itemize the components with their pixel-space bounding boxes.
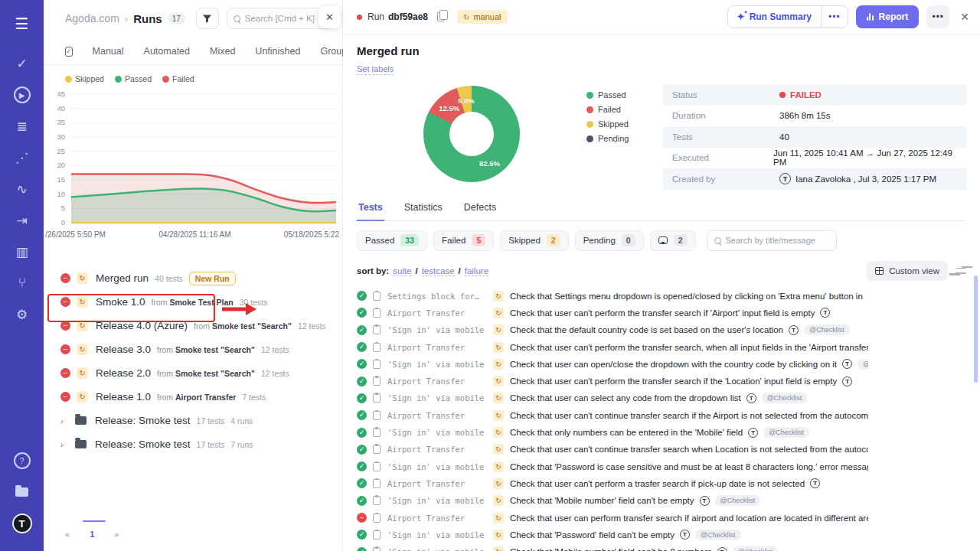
page-current[interactable]: 1 [90,530,94,539]
run-list-item[interactable]: −↻Release 4.0 (Azure)from Smoke test "Se… [60,314,342,337]
sort-link-testcase[interactable]: testcase [422,266,455,276]
folder-icon[interactable] [9,479,35,505]
run-list-item[interactable]: −↻Smoke 1.0from Smoke Test Plan30 tests [60,290,342,314]
run-summary-label: Run Summary [750,11,812,22]
run-list-item[interactable]: −↻Release 3.0from Smoke test "Search"12 … [60,337,342,361]
page-next-button[interactable]: » [114,530,119,539]
runs-search[interactable] [227,8,333,29]
manual-run-icon: ↻ [77,296,88,308]
run-summary-more-button[interactable]: ••• [821,6,848,28]
test-row[interactable]: ✓'Sign in' via mobile↻Check that the def… [357,321,868,338]
chevron-right-icon[interactable]: › [60,440,70,449]
tab-manual[interactable]: Manual [93,46,124,57]
tests-search-input[interactable] [726,236,829,245]
failed-status-icon: − [357,513,367,523]
checklist-tag: @Checklist [695,530,741,540]
test-row[interactable]: ✓'Sign in' via mobile↻Check that 'Mobile… [357,543,868,551]
group-tests-count: 17 tests [197,416,225,425]
close-icon[interactable]: ✕ [960,11,969,23]
play-circle-icon[interactable]: ▶ [9,82,35,108]
check-icon[interactable]: ✓ [9,51,35,77]
info-row-duration: Duration386h 8m 15s [663,106,966,127]
panel-close-button[interactable]: ✕ [318,6,341,28]
donut-legend-item-passed: Passed [586,90,654,99]
list-check-icon[interactable]: ≣ [9,113,35,139]
sort-link-suite[interactable]: suite [393,266,411,276]
filter-chip-pending[interactable]: Pending0 [575,230,644,251]
testcase-icon [373,292,381,301]
chevron-right-icon[interactable]: › [60,416,70,425]
bar-chart-icon[interactable]: ▥ [9,239,35,265]
svg-text:25: 25 [57,147,65,155]
copy-icon[interactable] [437,12,445,21]
tab-tests[interactable]: Tests [357,202,384,221]
report-button[interactable]: Report [856,5,920,28]
legend-dot [65,76,72,83]
test-row[interactable]: ✓'Sign in' via mobile↻Check that 'Passwo… [357,527,868,543]
test-row[interactable]: ✓'Sign in' via mobile↻Check that user ca… [357,356,868,373]
run-list-item[interactable]: −↻Release 1.0from Airport Transfer7 test… [60,385,342,409]
test-row[interactable]: ✓Airport Transfer↻Check that user can't … [357,338,868,355]
run-group-item[interactable]: ›Release: Smoke test17 tests7 runs [60,432,342,456]
svg-text:35: 35 [57,118,65,126]
avatar[interactable]: T [9,510,35,536]
test-title: Check that user can't continue transfer … [510,445,868,454]
breadcrumb-project[interactable]: Agoda.com [65,12,119,24]
test-row[interactable]: ✓Airport Transfer↻Check that user can't … [357,305,868,321]
assignee-avatar: T [842,377,852,386]
assignee-avatar: T [717,547,727,551]
help-icon[interactable]: ? [9,448,35,474]
passed-status-icon: ✓ [357,342,367,352]
filter-chip-failed[interactable]: Failed5 [433,230,494,251]
avatar: T [779,173,791,184]
activity-icon[interactable]: ∿ [9,176,35,202]
test-row[interactable]: ✓'Sign in' via mobile↻Check that only nu… [357,424,868,441]
sign-in-icon[interactable]: ⇥ [9,207,35,233]
test-row[interactable]: ✓Airport Transfer↻Check that user can't … [357,441,868,458]
tab-mixed[interactable]: Mixed [210,46,235,57]
run-list-item[interactable]: −↻Release 2.0from Smoke test "Search"12 … [60,361,342,385]
page-prev-button[interactable]: « [65,530,70,539]
test-row[interactable]: ✓Settings block for…↻Check that Settings… [357,288,868,305]
run-list-item[interactable]: −↻Merged run40 testsNew Run [60,266,342,290]
select-all-icon[interactable]: ✓ [65,47,73,57]
tests-search[interactable] [707,230,837,251]
custom-view-button[interactable]: Custom view [867,261,948,281]
checklist-tag: @Checklist [804,324,850,335]
testcase-icon [373,325,381,334]
tab-unfinished[interactable]: Unfinished [255,46,300,57]
test-title: Check that user can't continue transfer … [510,411,868,420]
test-row[interactable]: ✓'Sign in' via mobile↻Check that user ca… [357,390,868,406]
test-row[interactable]: ✓'Sign in' via mobile↻Check that 'Mobile… [357,492,868,509]
tab-defects[interactable]: Defects [462,202,498,220]
branch-icon[interactable]: ⑂ [9,270,35,296]
runs-search-input[interactable] [245,14,326,23]
test-row[interactable]: ✓Airport Transfer↻Check that user can't … [357,407,868,424]
run-from: from Smoke Test Plan [152,298,234,307]
info-text: Jun 11, 2025 10:41 AM → Jun 27, 2025 12:… [773,148,957,167]
sort-link-failure[interactable]: failure [465,266,488,276]
more-actions-button[interactable]: ••• [926,5,949,28]
filter-chip-skipped[interactable]: Skipped2 [500,230,568,251]
steps-icon[interactable]: ⋰ [9,145,35,171]
tab-automated[interactable]: Automated [144,46,190,57]
test-row[interactable]: ✓'Sign in' via mobile↻Check that 'Passwo… [357,458,868,474]
comments-filter-chip[interactable]: 2 [650,230,696,251]
test-row[interactable]: ✓Airport Transfer↻Check that user can't … [357,475,868,492]
menu-icon[interactable]: ☰ [9,11,35,37]
filter-chip-passed[interactable]: Passed33 [357,230,427,251]
set-labels-link[interactable]: Set labels [357,64,394,75]
run-group-item[interactable]: ›Release: Smoke test17 tests4 runs [60,409,342,432]
test-row[interactable]: −Airport Transfer↻Check that user can pe… [357,509,868,526]
run-overview: 82.5%12.5%5.0% PassedFailedSkippedPendin… [357,80,966,190]
tab-statistics[interactable]: Statistics [403,202,444,220]
passed-status-icon: ✓ [357,496,367,506]
test-row[interactable]: ✓Airport Transfer↻Check that user can't … [357,373,868,390]
assignee-avatar: T [820,308,830,318]
view-settings-icon[interactable] [956,266,966,276]
info-row-tests: Tests40 [663,126,966,148]
scrollbar-thumb[interactable] [974,276,978,383]
run-summary-button[interactable]: ✦ Run Summary [728,6,821,28]
gear-icon[interactable]: ⚙ [9,302,35,328]
filter-button[interactable] [196,8,219,29]
